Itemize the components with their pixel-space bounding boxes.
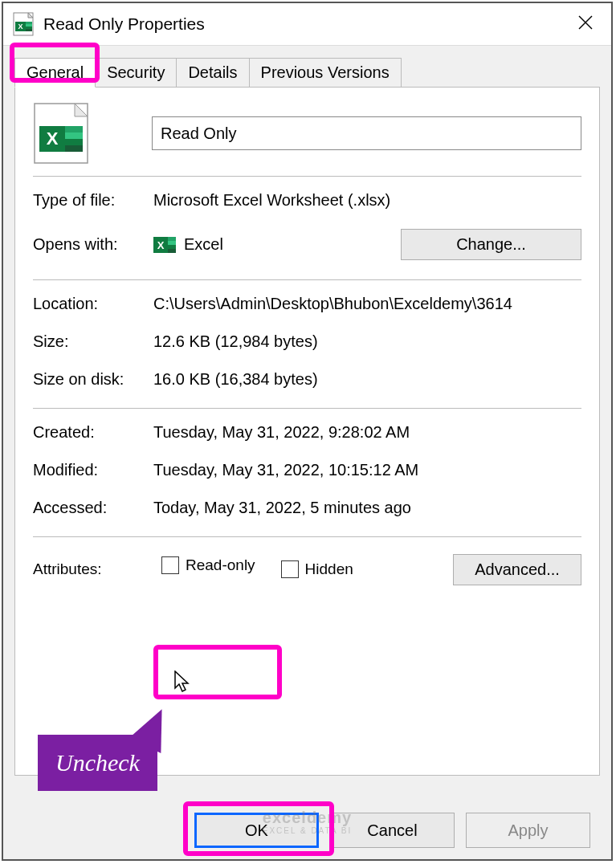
svg-marker-24 [175, 671, 188, 691]
change-button[interactable]: Change... [401, 229, 581, 260]
size-on-disk-value: 16.0 KB (16,384 bytes) [153, 370, 581, 389]
svg-rect-16 [65, 139, 83, 145]
separator [33, 176, 581, 177]
dialog-body: General Security Details Previous Versio… [3, 45, 611, 859]
size-label: Size: [33, 332, 153, 351]
close-button[interactable] [569, 13, 602, 35]
svg-rect-23 [168, 249, 176, 253]
properties-dialog: X Read Only Properties General Security … [2, 2, 613, 861]
svg-rect-5 [26, 24, 32, 26]
size-on-disk-label: Size on disk: [33, 370, 153, 389]
svg-rect-20 [168, 237, 176, 241]
readonly-checkbox[interactable] [161, 556, 179, 574]
svg-text:X: X [18, 22, 22, 31]
svg-text:X: X [47, 128, 59, 149]
apply-button[interactable]: Apply [466, 813, 590, 848]
location-value: C:\Users\Admin\Desktop\Bhubon\Exceldemy\… [153, 295, 581, 313]
separator [33, 279, 581, 280]
excel-app-icon: X [153, 234, 176, 256]
tab-previous-versions[interactable]: Previous Versions [249, 58, 402, 88]
modified-value: Tuesday, May 31, 2022, 10:15:12 AM [153, 461, 581, 479]
tabstrip: General Security Details Previous Versio… [14, 58, 600, 88]
dialog-button-bar: OK Cancel Apply [194, 813, 590, 848]
created-value: Tuesday, May 31, 2022, 9:28:02 AM [153, 423, 581, 442]
svg-rect-4 [26, 22, 32, 24]
tab-details[interactable]: Details [176, 58, 249, 88]
type-of-file-value: Microsoft Excel Worksheet (.xlsx) [153, 191, 581, 210]
close-icon [577, 14, 594, 31]
annotation-highlight [153, 645, 282, 699]
hidden-attribute-group: Hidden [281, 560, 353, 578]
annotation-callout: Uncheck [38, 735, 157, 791]
attributes-label: Attributes: [33, 560, 153, 578]
opens-with-value: Excel [184, 235, 223, 254]
advanced-button[interactable]: Advanced... [453, 554, 581, 585]
ok-button[interactable]: OK [194, 813, 319, 848]
svg-text:X: X [157, 239, 165, 251]
svg-rect-21 [168, 241, 176, 245]
cursor-icon [174, 670, 192, 693]
hidden-checkbox-label: Hidden [305, 560, 353, 578]
opens-with-label: Opens with: [33, 235, 153, 254]
size-value: 12.6 KB (12,984 bytes) [153, 332, 581, 351]
titlebar: X Read Only Properties [3, 3, 611, 45]
filename-input[interactable]: Read Only [152, 116, 581, 150]
tab-general[interactable]: General [14, 58, 96, 88]
separator [33, 408, 581, 409]
cancel-button[interactable]: Cancel [330, 813, 455, 848]
location-label: Location: [33, 295, 153, 313]
svg-rect-22 [168, 245, 176, 249]
modified-label: Modified: [33, 461, 153, 479]
tab-panel-general: X Read Only Type of file: Microsoft Exce… [14, 87, 600, 776]
type-of-file-label: Type of file: [33, 191, 153, 210]
accessed-label: Accessed: [33, 499, 153, 517]
created-label: Created: [33, 423, 153, 442]
excel-file-icon-large: X [33, 102, 89, 165]
excel-file-icon: X [13, 12, 34, 36]
hidden-checkbox[interactable] [281, 560, 299, 578]
readonly-attribute-group: Read-only [153, 552, 265, 587]
separator [33, 536, 581, 537]
svg-rect-14 [65, 126, 83, 132]
tab-security[interactable]: Security [95, 58, 177, 88]
svg-rect-15 [65, 132, 83, 139]
svg-rect-17 [65, 145, 83, 152]
window-title: Read Only Properties [43, 14, 569, 34]
readonly-checkbox-label: Read-only [186, 556, 255, 574]
annotation-callout-text: Uncheck [55, 749, 140, 776]
accessed-value: Today, May 31, 2022, 5 minutes ago [153, 499, 581, 517]
svg-rect-7 [26, 29, 32, 31]
svg-rect-6 [26, 26, 32, 29]
